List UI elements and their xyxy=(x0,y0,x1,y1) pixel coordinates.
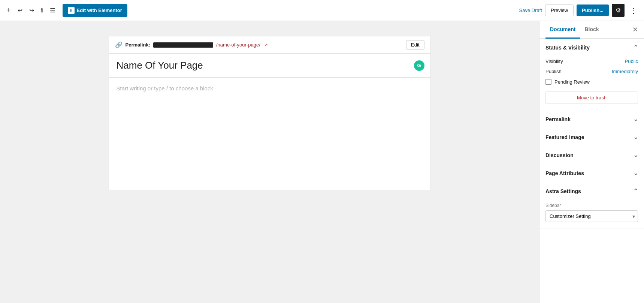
publish-button[interactable]: Publish... xyxy=(577,4,609,16)
panel-status-visibility-title: Status & Visibility xyxy=(545,45,590,51)
content-area[interactable]: Start writing or type / to choose a bloc… xyxy=(109,78,431,190)
toolbar-right: Save Draft Preview Publish... ⚙ ⋮ xyxy=(519,4,640,17)
panel-astra-settings-header[interactable]: Astra Settings ⌃ xyxy=(539,182,644,200)
panel-page-attributes: Page Attributes ⌄ xyxy=(539,164,644,182)
chevron-down-icon-discussion: ⌄ xyxy=(633,152,638,159)
panel-page-attributes-header[interactable]: Page Attributes ⌄ xyxy=(539,164,644,182)
elementor-icon: E xyxy=(68,7,75,14)
toolbar: + ↩ ↪ ℹ ☰ E Edit with Elementor Save Dra… xyxy=(0,0,644,21)
panel-status-visibility: Status & Visibility ⌃ Visibility Public … xyxy=(539,39,644,110)
visibility-label: Visibility xyxy=(545,58,563,64)
panel-featured-image-header[interactable]: Featured Image ⌄ xyxy=(539,128,644,146)
astra-settings-content: Sidebar Customizer Setting Left Sidebar … xyxy=(539,200,644,228)
undo-button[interactable]: ↩ xyxy=(15,4,25,16)
sidebar-select[interactable]: Customizer Setting Left Sidebar Right Si… xyxy=(545,210,638,222)
panel-discussion: Discussion ⌄ xyxy=(539,146,644,164)
sidebar: Document Block ✕ Status & Visibility ⌃ V… xyxy=(539,21,644,303)
sidebar-field-label: Sidebar xyxy=(545,203,638,208)
panel-status-visibility-content: Visibility Public Publish Immediately Pe… xyxy=(539,56,644,110)
publish-row: Publish Immediately xyxy=(545,66,638,76)
info-button[interactable]: ℹ xyxy=(39,4,45,16)
page-title-input[interactable] xyxy=(117,60,423,71)
visibility-row: Visibility Public xyxy=(545,56,638,66)
chevron-down-icon-featured: ⌄ xyxy=(633,134,638,141)
pending-review-checkbox[interactable] xyxy=(545,79,551,85)
publish-label: Publish xyxy=(545,69,562,74)
save-draft-button[interactable]: Save Draft xyxy=(519,8,542,13)
sidebar-close-button[interactable]: ✕ xyxy=(632,26,638,34)
pending-review-label: Pending Review xyxy=(554,79,590,85)
grammarly-icon: G xyxy=(414,60,424,71)
toolbar-left: + ↩ ↪ ℹ ☰ E Edit with Elementor xyxy=(4,4,518,17)
panel-permalink-header[interactable]: Permalink ⌄ xyxy=(539,110,644,128)
preview-button[interactable]: Preview xyxy=(545,4,574,16)
panel-page-attributes-title: Page Attributes xyxy=(545,170,584,176)
panel-featured-image-title: Featured Image xyxy=(545,134,584,140)
permalink-label: Permalink: xyxy=(126,42,150,48)
panel-permalink: Permalink ⌄ xyxy=(539,110,644,128)
settings-button[interactable]: ⚙ xyxy=(612,4,625,17)
publish-value[interactable]: Immediately xyxy=(612,69,638,74)
main-layout: 🔗 Permalink: /name-of-your-page/ ↗ Edit … xyxy=(0,21,644,303)
sidebar-tabs: Document Block ✕ xyxy=(539,21,644,39)
edit-permalink-button[interactable]: Edit xyxy=(406,40,424,50)
chevron-up-icon-astra: ⌃ xyxy=(633,188,638,195)
permalink-url-base xyxy=(153,42,213,48)
redo-button[interactable]: ↪ xyxy=(27,4,36,16)
permalink-slug: /name-of-your-page/ xyxy=(216,42,260,48)
permalink-bar: 🔗 Permalink: /name-of-your-page/ ↗ Edit xyxy=(109,36,431,53)
sidebar-select-wrapper: Customizer Setting Left Sidebar Right Si… xyxy=(545,210,638,222)
chevron-down-icon-attributes: ⌄ xyxy=(633,170,638,177)
panel-permalink-title: Permalink xyxy=(545,116,571,122)
menu-button[interactable]: ☰ xyxy=(48,4,57,16)
chevron-down-icon-permalink: ⌄ xyxy=(633,116,638,123)
add-button[interactable]: + xyxy=(4,4,13,16)
pending-review-row: Pending Review xyxy=(545,76,638,87)
panel-discussion-header[interactable]: Discussion ⌄ xyxy=(539,146,644,164)
tab-document[interactable]: Document xyxy=(545,21,580,39)
editor-content: 🔗 Permalink: /name-of-your-page/ ↗ Edit … xyxy=(109,36,431,190)
chevron-up-icon: ⌃ xyxy=(633,44,638,51)
panel-featured-image: Featured Image ⌄ xyxy=(539,128,644,146)
move-to-trash-button[interactable]: Move to trash xyxy=(545,92,638,104)
panel-discussion-title: Discussion xyxy=(545,152,574,158)
tab-block[interactable]: Block xyxy=(580,21,603,39)
permalink-external-icon[interactable]: ↗ xyxy=(264,42,268,48)
link-icon: 🔗 xyxy=(115,41,123,48)
visibility-value[interactable]: Public xyxy=(625,58,638,64)
panel-astra-settings-title: Astra Settings xyxy=(545,188,581,194)
panel-astra-settings: Astra Settings ⌃ Sidebar Customizer Sett… xyxy=(539,182,644,228)
edit-with-elementor-button[interactable]: E Edit with Elementor xyxy=(63,4,127,17)
panel-status-visibility-header[interactable]: Status & Visibility ⌃ xyxy=(539,39,644,56)
title-area: G xyxy=(109,53,431,78)
more-options-button[interactable]: ⋮ xyxy=(628,4,640,17)
content-placeholder: Start writing or type / to choose a bloc… xyxy=(117,85,213,92)
editor-area: 🔗 Permalink: /name-of-your-page/ ↗ Edit … xyxy=(0,21,539,303)
